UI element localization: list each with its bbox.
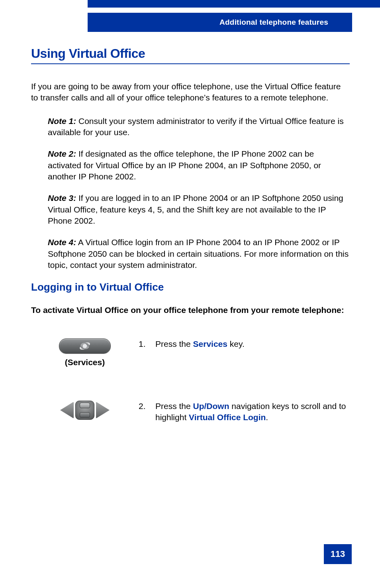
page-number: 113 [331, 549, 345, 559]
note-2: Note 2: If designated as the office tele… [48, 148, 350, 182]
step-2-keyword-1: Up/Down [193, 401, 229, 411]
nav-keys-icon [60, 401, 110, 420]
step-2-post: . [266, 413, 268, 422]
services-key-icon [59, 338, 111, 354]
step-2-keyword-2: Virtual Office Login [189, 413, 266, 422]
heading-rule [31, 63, 350, 64]
step-1-number: 1. [139, 338, 155, 350]
note-1: Note 1: Consult your system administrato… [48, 116, 350, 138]
step-2-row: 2. Press the Up/Down navigation keys to … [31, 401, 350, 423]
step-1-body: 1. Press the Services key. [139, 338, 350, 350]
note-4: Note 4: A Virtual Office login from an I… [48, 237, 350, 271]
note-3-text: If you are logged in to an IP Phone 2004… [48, 193, 343, 225]
step-2-number: 2. [139, 401, 155, 423]
note-1-label: Note 1: [48, 116, 76, 126]
step-2-figure [31, 401, 139, 420]
note-2-label: Note 2: [48, 149, 76, 158]
step-2-text: Press the Up/Down navigation keys to scr… [155, 401, 350, 423]
step-1-row: (Services) 1. Press the Services key. [31, 338, 350, 367]
note-3-label: Note 3: [48, 193, 76, 203]
step-2-pre: Press the [155, 401, 193, 411]
step-1-caption: (Services) [31, 358, 139, 367]
step-2-body: 2. Press the Up/Down navigation keys to … [139, 401, 350, 423]
intro-paragraph: If you are going to be away from your of… [31, 81, 350, 104]
header-band: Additional telephone features [88, 13, 352, 32]
note-3: Note 3: If you are logged in to an IP Ph… [48, 193, 350, 226]
step-1-pre: Press the [155, 339, 193, 348]
nav-right-icon [96, 402, 110, 419]
note-1-text: Consult your system administrator to ver… [48, 116, 344, 137]
note-2-text: If designated as the office telephone, t… [48, 149, 321, 181]
section-title: Additional telephone features [219, 18, 328, 27]
nav-left-icon [60, 402, 74, 419]
page-number-box: 113 [324, 544, 352, 564]
note-4-text: A Virtual Office login from an IP Phone … [48, 238, 349, 269]
step-1-post: key. [227, 339, 245, 348]
step-1-text: Press the Services key. [155, 338, 245, 350]
note-4-label: Note 4: [48, 238, 76, 247]
heading-2: Logging in to Virtual Office [31, 281, 350, 293]
page-content: Using Virtual Office If you are going to… [31, 43, 350, 457]
nav-updown-icon [75, 401, 94, 420]
step-1-figure: (Services) [31, 338, 139, 367]
procedure-lead: To activate Virtual Office on your offic… [31, 305, 350, 316]
step-1-keyword: Services [193, 339, 227, 348]
heading-1: Using Virtual Office [31, 43, 350, 63]
top-bar [88, 0, 380, 8]
